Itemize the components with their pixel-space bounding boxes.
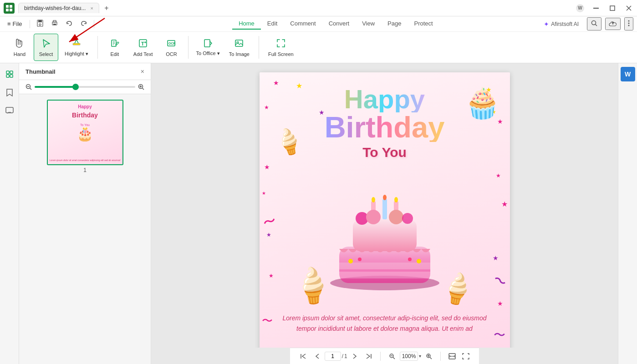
zoom-out-button[interactable] xyxy=(386,350,398,362)
main-content: Thumbnail × xyxy=(0,63,637,364)
document-area: ★ ★ ★ ★ ★ ★ ★ ★ ★ ★ ★ ★ ★ ★ ★ xyxy=(151,63,618,364)
tab-home[interactable]: Home xyxy=(232,18,261,30)
full-screen-icon xyxy=(276,38,286,50)
svg-line-42 xyxy=(30,88,32,90)
svg-rect-36 xyxy=(10,71,13,74)
search-button[interactable] xyxy=(587,17,601,30)
to-image-icon xyxy=(234,38,244,50)
file-menu-button[interactable]: ≡ File xyxy=(4,19,26,29)
svg-rect-38 xyxy=(10,75,13,77)
page-number-input[interactable] xyxy=(325,352,341,361)
next-page-button[interactable] xyxy=(349,350,361,362)
redo-button[interactable] xyxy=(77,18,90,30)
svg-rect-33 xyxy=(235,40,243,46)
select-label: Select xyxy=(39,51,53,57)
thumbnail-item[interactable]: Happy Birthday To You 🎂 Lorem ipsum dolo… xyxy=(47,100,123,173)
hand-tool-button[interactable]: Hand xyxy=(7,34,32,61)
svg-point-10 xyxy=(39,24,41,25)
zoom-dropdown-arrow[interactable]: ▾ xyxy=(419,354,421,359)
zoom-slider[interactable] xyxy=(35,86,135,88)
thumbnail-image: Happy Birthday To You 🎂 Lorem ipsum dolo… xyxy=(47,100,123,165)
tab-page[interactable]: Page xyxy=(381,18,408,30)
svg-point-55 xyxy=(394,197,398,202)
svg-rect-0 xyxy=(6,5,9,8)
svg-rect-21 xyxy=(73,43,80,45)
to-office-button[interactable]: To Office ▾ xyxy=(193,34,222,61)
select-tool-button[interactable]: Select xyxy=(34,34,58,61)
browser-tab[interactable]: birthday-wishes-for-dau... × xyxy=(18,3,99,13)
full-screen-button[interactable]: Full Screen xyxy=(264,34,298,61)
fit-screen-button[interactable] xyxy=(460,350,472,362)
go-to-first-page-button[interactable] xyxy=(297,350,309,362)
menu-bar: ≡ File xyxy=(0,16,637,32)
bottom-toolbar: / 1 xyxy=(290,348,479,364)
zoom-in-button[interactable] xyxy=(423,350,435,362)
prev-page-button[interactable] xyxy=(311,350,323,362)
svg-point-58 xyxy=(389,210,403,224)
user-avatar[interactable]: W xyxy=(576,4,584,12)
zoom-in-thumbnail-button[interactable] xyxy=(138,84,144,90)
cake-svg xyxy=(321,174,448,301)
fit-width-button[interactable] xyxy=(446,350,458,362)
zoom-out-thumbnail-button[interactable] xyxy=(25,84,32,90)
panel-header: Thumbnail × xyxy=(19,63,151,80)
cloud-button[interactable] xyxy=(605,18,621,30)
undo-button[interactable] xyxy=(63,18,76,30)
restore-button[interactable] xyxy=(608,4,617,13)
svg-line-74 xyxy=(430,357,432,359)
svg-point-53 xyxy=(372,197,375,202)
hand-label: Hand xyxy=(14,51,25,57)
bottom-sep-1 xyxy=(380,352,381,361)
document-scroll[interactable]: ★ ★ ★ ★ ★ ★ ★ ★ ★ ★ ★ ★ ★ ★ ★ xyxy=(151,63,618,348)
sidebar-comment-icon[interactable] xyxy=(2,103,17,118)
add-text-icon: T xyxy=(138,38,148,50)
svg-rect-37 xyxy=(6,75,9,77)
svg-rect-39 xyxy=(6,107,13,113)
edit-tool-button[interactable]: Edit xyxy=(102,34,127,61)
menu-tabs: Home Edit Comment Convert View Page Prot… xyxy=(134,18,538,30)
tab-view[interactable]: View xyxy=(356,18,381,30)
thumbnail-list: Happy Birthday To You 🎂 Lorem ipsum dolo… xyxy=(19,94,151,364)
ocr-icon: OCR xyxy=(166,38,176,50)
svg-rect-13 xyxy=(53,24,56,25)
svg-point-16 xyxy=(592,21,596,25)
add-text-button[interactable]: T Add Text xyxy=(129,34,158,61)
close-button[interactable] xyxy=(624,4,633,13)
svg-point-59 xyxy=(402,213,413,224)
ocr-button[interactable]: OCR OCR xyxy=(159,34,183,61)
document-page: ★ ★ ★ ★ ★ ★ ★ ★ ★ ★ ★ ★ ★ ★ ★ xyxy=(260,72,510,348)
go-to-last-page-button[interactable] xyxy=(363,350,375,362)
minimize-button[interactable] xyxy=(591,4,601,13)
tab-comment[interactable]: Comment xyxy=(284,18,322,30)
save-icon-button[interactable] xyxy=(34,18,46,30)
bottom-sep-2 xyxy=(440,352,441,361)
ai-button[interactable]: ✦ Afirstsoft AI xyxy=(539,19,583,29)
tab-edit[interactable]: Edit xyxy=(261,18,284,30)
highlight-label: Highlight ▾ xyxy=(65,51,88,57)
window-controls: W xyxy=(576,4,633,13)
highlight-tool-button[interactable]: Highlight ▾ xyxy=(60,34,93,61)
sidebar-bookmark-icon[interactable] xyxy=(2,85,17,100)
svg-point-18 xyxy=(628,20,630,22)
ribbon-divider-2 xyxy=(188,36,189,59)
page-navigator: / 1 xyxy=(325,352,347,361)
cupcake-decoration: 🧁 xyxy=(464,86,501,121)
tab-title: birthday-wishes-for-dau... xyxy=(24,5,86,11)
print-icon-button[interactable] xyxy=(48,18,61,30)
sidebar-thumbnail-icon[interactable] xyxy=(2,67,17,81)
new-tab-button[interactable]: + xyxy=(101,3,112,14)
ribbon-divider-1 xyxy=(97,36,98,59)
hand-icon xyxy=(15,38,25,50)
cake-section: 🍦 🍦 xyxy=(273,169,496,306)
to-image-button[interactable]: To Image xyxy=(224,34,254,61)
tab-convert[interactable]: Convert xyxy=(322,18,356,30)
word-badge-button[interactable]: W xyxy=(621,67,635,81)
zoom-display: 100% ▾ xyxy=(400,352,422,361)
tab-close-btn[interactable]: × xyxy=(90,5,93,11)
tab-protect[interactable]: Protect xyxy=(408,18,439,30)
highlight-icon xyxy=(71,38,82,49)
more-options-button[interactable] xyxy=(624,17,633,30)
ai-icon: ✦ xyxy=(544,20,549,28)
toolbar-area: ≡ File xyxy=(0,16,637,63)
panel-close-button[interactable]: × xyxy=(141,68,144,75)
